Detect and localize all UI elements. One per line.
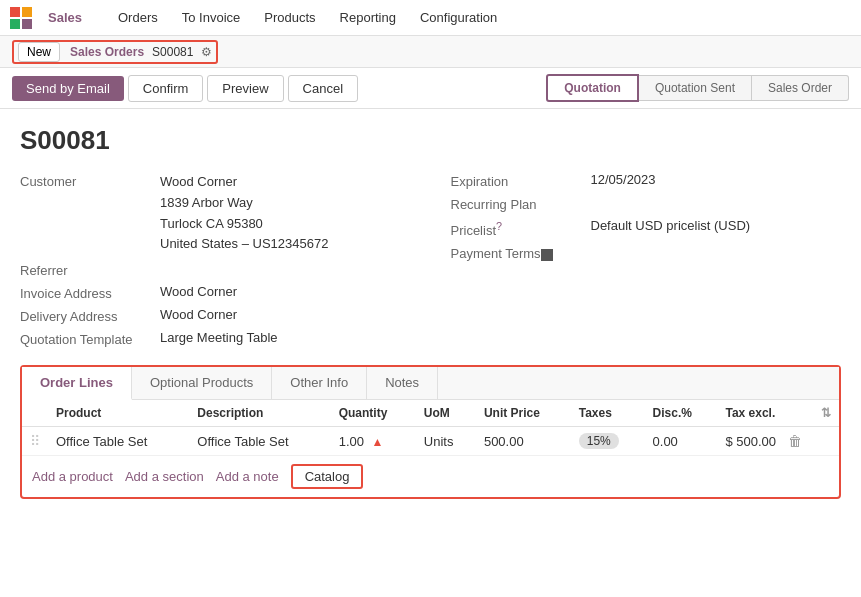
th-uom: UoM bbox=[416, 400, 476, 427]
nav-products[interactable]: Products bbox=[254, 6, 325, 29]
delivery-address-value[interactable]: Wood Corner bbox=[160, 307, 411, 322]
nav-sales[interactable]: Sales bbox=[38, 6, 92, 29]
status-sales-order[interactable]: Sales Order bbox=[752, 75, 849, 101]
quotation-template-label: Quotation Template bbox=[20, 330, 160, 347]
brand-icon bbox=[10, 7, 32, 29]
customer-value: Wood Corner 1839 Arbor Way Turlock CA 95… bbox=[160, 172, 411, 255]
th-taxes: Taxes bbox=[571, 400, 645, 427]
add-note-link[interactable]: Add a note bbox=[216, 469, 279, 484]
send-email-button[interactable]: Send by Email bbox=[12, 76, 124, 101]
delivery-address-label: Delivery Address bbox=[20, 307, 160, 324]
pricelist-help-icon[interactable]: ? bbox=[496, 220, 502, 232]
form-left: Customer Wood Corner 1839 Arbor Way Turl… bbox=[20, 172, 411, 353]
th-description: Description bbox=[189, 400, 330, 427]
invoice-address-value[interactable]: Wood Corner bbox=[160, 284, 411, 299]
breadcrumb-bar: New Sales Orders S00081 ⚙ bbox=[0, 36, 861, 68]
invoice-address-label: Invoice Address bbox=[20, 284, 160, 301]
add-product-link[interactable]: Add a product bbox=[32, 469, 113, 484]
catalog-button[interactable]: Catalog bbox=[291, 464, 364, 489]
action-bar: Send by Email Confirm Preview Cancel Quo… bbox=[0, 68, 861, 109]
row-unit-price[interactable]: 500.00 bbox=[476, 427, 571, 456]
preview-button[interactable]: Preview bbox=[207, 75, 283, 102]
tab-notes[interactable]: Notes bbox=[367, 367, 438, 399]
tab-order-lines[interactable]: Order Lines bbox=[22, 367, 132, 400]
expiration-row: Expiration 12/05/2023 bbox=[451, 172, 842, 189]
row-product[interactable]: Office Table Set bbox=[48, 427, 189, 456]
row-uom[interactable]: Units bbox=[416, 427, 476, 456]
add-section-link[interactable]: Add a section bbox=[125, 469, 204, 484]
quotation-template-row: Quotation Template Large Meeting Table bbox=[20, 330, 411, 347]
expiration-label: Expiration bbox=[451, 172, 591, 189]
customer-addr1: 1839 Arbor Way bbox=[160, 193, 411, 214]
th-disc: Disc.% bbox=[645, 400, 718, 427]
th-unit-price: Unit Price bbox=[476, 400, 571, 427]
breadcrumb-current: S00081 bbox=[152, 45, 193, 59]
th-tax-excl: Tax excl. ⇅ bbox=[717, 400, 839, 427]
row-disc[interactable]: 0.00 bbox=[645, 427, 718, 456]
payment-terms-icon bbox=[541, 249, 553, 261]
customer-name[interactable]: Wood Corner bbox=[160, 172, 411, 193]
table-row: ⠿ Office Table Set Office Table Set 1.00… bbox=[22, 427, 839, 456]
customer-row: Customer Wood Corner 1839 Arbor Way Turl… bbox=[20, 172, 411, 255]
confirm-button[interactable]: Confirm bbox=[128, 75, 204, 102]
tab-optional-products[interactable]: Optional Products bbox=[132, 367, 272, 399]
nav-to-invoice[interactable]: To Invoice bbox=[172, 6, 251, 29]
customer-addr3: United States – US12345672 bbox=[160, 234, 411, 255]
row-tax-excl: $ 500.00 🗑 bbox=[717, 427, 839, 456]
main-content: S00081 Customer Wood Corner 1839 Arbor W… bbox=[0, 109, 861, 515]
pricelist-value[interactable]: Default USD pricelist (USD) bbox=[591, 218, 842, 233]
pricelist-label: Pricelist? bbox=[451, 218, 591, 238]
status-quotation-sent[interactable]: Quotation Sent bbox=[639, 75, 752, 101]
breadcrumb-box: New Sales Orders S00081 ⚙ bbox=[12, 40, 218, 64]
recurring-plan-row: Recurring Plan bbox=[451, 195, 842, 212]
referrer-row: Referrer bbox=[20, 261, 411, 278]
table-footer: Add a product Add a section Add a note C… bbox=[22, 456, 839, 497]
expiration-value[interactable]: 12/05/2023 bbox=[591, 172, 842, 187]
document-title: S00081 bbox=[20, 125, 841, 156]
quotation-template-value[interactable]: Large Meeting Table bbox=[160, 330, 411, 345]
tabs-header: Order Lines Optional Products Other Info… bbox=[22, 367, 839, 400]
status-quotation[interactable]: Quotation bbox=[546, 74, 639, 102]
delivery-address-row: Delivery Address Wood Corner bbox=[20, 307, 411, 324]
payment-terms-label: Payment Terms bbox=[451, 244, 591, 261]
tabs-container: Order Lines Optional Products Other Info… bbox=[20, 365, 841, 499]
table-header-row: Product Description Quantity UoM Unit Pr… bbox=[22, 400, 839, 427]
svg-rect-1 bbox=[22, 7, 32, 17]
nav-orders[interactable]: Orders bbox=[108, 6, 168, 29]
cancel-button[interactable]: Cancel bbox=[288, 75, 358, 102]
status-pipeline: Quotation Quotation Sent Sales Order bbox=[546, 74, 849, 102]
th-quantity: Quantity bbox=[331, 400, 416, 427]
row-quantity[interactable]: 1.00 ▲ bbox=[331, 427, 416, 456]
top-nav: Sales Orders To Invoice Products Reporti… bbox=[0, 0, 861, 36]
nav-items: Orders To Invoice Products Reporting Con… bbox=[108, 6, 507, 29]
tax-badge: 15% bbox=[579, 433, 619, 449]
row-description[interactable]: Office Table Set bbox=[189, 427, 330, 456]
order-table: Product Description Quantity UoM Unit Pr… bbox=[22, 400, 839, 456]
drag-handle-icon[interactable]: ⠿ bbox=[30, 433, 40, 449]
th-reorder bbox=[22, 400, 48, 427]
brand: Sales bbox=[10, 6, 92, 29]
svg-rect-3 bbox=[22, 19, 32, 29]
customer-addr2: Turlock CA 95380 bbox=[160, 214, 411, 235]
nav-reporting[interactable]: Reporting bbox=[330, 6, 406, 29]
new-button[interactable]: New bbox=[18, 42, 60, 62]
nav-configuration[interactable]: Configuration bbox=[410, 6, 507, 29]
payment-terms-row: Payment Terms bbox=[451, 244, 842, 261]
gear-icon[interactable]: ⚙ bbox=[201, 45, 212, 59]
svg-rect-0 bbox=[10, 7, 20, 17]
th-product: Product bbox=[48, 400, 189, 427]
delete-row-icon[interactable]: 🗑 bbox=[788, 433, 802, 449]
form-right: Expiration 12/05/2023 Recurring Plan Pri… bbox=[451, 172, 842, 353]
forecast-icon: ▲ bbox=[372, 435, 384, 449]
svg-rect-2 bbox=[10, 19, 20, 29]
customer-label: Customer bbox=[20, 172, 160, 189]
invoice-address-row: Invoice Address Wood Corner bbox=[20, 284, 411, 301]
row-taxes[interactable]: 15% bbox=[571, 427, 645, 456]
form-section: Customer Wood Corner 1839 Arbor Way Turl… bbox=[20, 172, 841, 353]
referrer-label: Referrer bbox=[20, 261, 160, 278]
breadcrumb-link[interactable]: Sales Orders bbox=[70, 45, 144, 59]
recurring-plan-label: Recurring Plan bbox=[451, 195, 591, 212]
reorder-columns-icon[interactable]: ⇅ bbox=[821, 406, 831, 420]
tab-other-info[interactable]: Other Info bbox=[272, 367, 367, 399]
pricelist-row: Pricelist? Default USD pricelist (USD) bbox=[451, 218, 842, 238]
